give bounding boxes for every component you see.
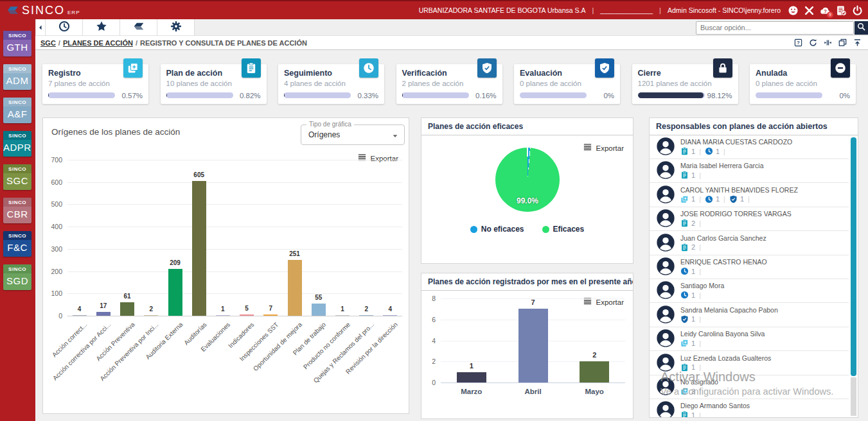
clock-badge-icon[interactable]	[705, 147, 713, 155]
clipboard-icon[interactable]	[680, 243, 689, 252]
responsable-row[interactable]: Maria Isabel Herrera Garcia1|	[650, 159, 849, 183]
tools-icon[interactable]	[804, 5, 815, 16]
card-subtitle: 0 planes de acción	[756, 80, 817, 87]
module-adpro[interactable]: SINCOADPRO	[3, 131, 31, 157]
shield-check-icon	[477, 58, 497, 78]
pie-export-button[interactable]: Exportar	[583, 142, 624, 153]
refresh-icon[interactable]	[809, 39, 817, 47]
responsable-name: Juan Carlos Garcia Sanchez	[680, 234, 766, 242]
module-adm[interactable]: SINCOADM	[3, 64, 31, 90]
origins-bar[interactable]	[192, 181, 206, 316]
clipboard-icon[interactable]	[680, 219, 689, 227]
avatar-icon	[657, 209, 675, 227]
status-card-verificaci-n[interactable]: Verificación2 planes de acción0.16%	[396, 64, 502, 104]
responsable-row[interactable]: No asignado3|	[650, 375, 849, 399]
origins-bar[interactable]	[240, 314, 254, 316]
module-gth[interactable]: SINCOGTH	[3, 31, 31, 56]
monthly-chart-title: Planes de acción registrados por mes en …	[421, 273, 633, 291]
power-icon[interactable]	[852, 5, 863, 16]
breadcrumb-item[interactable]: PLANES DE ACCIÓN	[63, 39, 133, 47]
toolbar-sinco-cube-button[interactable]	[120, 19, 157, 35]
responsable-row[interactable]: Juan Carlos Garcia Sanchez2|	[650, 231, 849, 255]
origins-bar[interactable]	[335, 315, 350, 316]
split-icon[interactable]	[824, 39, 832, 47]
origins-bar[interactable]	[168, 269, 182, 316]
origins-bar[interactable]	[96, 312, 111, 316]
status-card-anulada[interactable]: Anulada0 planes de acción0%	[750, 64, 856, 104]
help-icon[interactable]: ?	[794, 39, 802, 47]
status-card-evaluaci-n[interactable]: Evaluación0 planes de acción0%	[514, 64, 620, 104]
legend-item[interactable]: No eficaces	[470, 225, 524, 234]
copy-plus-icon[interactable]	[680, 195, 689, 203]
windows-icon[interactable]	[838, 39, 847, 47]
responsables-scrollbar[interactable]	[851, 137, 856, 376]
responsable-row[interactable]: JOSE RODRIGO TORRES VARGAS2|	[650, 207, 849, 231]
clipboard-icon[interactable]	[680, 171, 689, 179]
responsable-badges: 3|	[680, 387, 702, 395]
clock-badge-icon[interactable]	[680, 267, 689, 275]
search-input[interactable]	[696, 21, 854, 35]
search-button[interactable]	[855, 21, 868, 35]
shield-check-icon[interactable]	[680, 315, 689, 323]
clock-badge-icon[interactable]	[680, 291, 689, 299]
smiley-icon[interactable]	[788, 5, 799, 16]
responsable-row[interactable]: Leidy Carolina Bayona Silva1|	[650, 327, 849, 351]
clipboard-icon[interactable]	[680, 363, 689, 372]
origins-bar[interactable]	[359, 315, 373, 316]
month-bar[interactable]	[518, 309, 548, 382]
toolbar-collapse-button[interactable]	[35, 19, 46, 35]
collapse-icon[interactable]	[853, 39, 862, 47]
origins-bar[interactable]	[312, 304, 326, 316]
company-blank-field[interactable]: ______________	[600, 6, 653, 14]
status-card-cierre[interactable]: Cierre1201 planes de acción98.12%	[632, 64, 738, 104]
module-cbr[interactable]: SINCOCBR	[3, 198, 31, 223]
module-f-c[interactable]: SINCOF&C	[3, 231, 31, 257]
clipboard-icon[interactable]	[680, 411, 689, 418]
clock-badge-icon[interactable]	[705, 195, 713, 203]
responsable-row[interactable]: DIANA MARIA CUESTAS CARDOZO1|1|	[650, 135, 849, 159]
checklist-icon[interactable]	[836, 5, 847, 16]
status-card-seguimiento[interactable]: Seguimiento4 planes de acción0.33%	[278, 64, 384, 104]
origins-bar[interactable]	[263, 314, 278, 316]
status-card-registro[interactable]: Registro7 planes de acción0.57%	[42, 64, 148, 104]
legend-dot	[470, 226, 477, 233]
responsable-name: CAROL YANITH BENAVIDES FLOREZ	[680, 186, 798, 194]
copy-plus-icon[interactable]	[680, 339, 689, 347]
chevron-left-icon	[37, 22, 44, 33]
shield-check-icon[interactable]	[729, 195, 738, 203]
responsable-row[interactable]: Santiago Mora1|	[650, 279, 849, 303]
responsable-row[interactable]: ENRIQUE CASTRO HENAO1|	[650, 255, 849, 279]
svg-text:?: ?	[824, 8, 827, 13]
toolbar-clock-button[interactable]	[46, 19, 83, 35]
copy-plus-icon[interactable]	[680, 387, 689, 395]
origins-bar[interactable]	[73, 315, 87, 316]
origins-bar[interactable]	[288, 260, 302, 316]
responsable-row[interactable]: CAROL YANITH BENAVIDES FLOREZ1|1|1|	[650, 183, 849, 207]
user-name[interactable]: Admin Sincosoft - SINCO\jenny.forero	[668, 6, 781, 14]
breadcrumb-item[interactable]: SGC	[40, 39, 56, 47]
toolbar-star-button[interactable]	[83, 19, 120, 35]
module-sgd[interactable]: SINCOSGD	[3, 264, 31, 290]
search-bar	[696, 19, 868, 36]
cloud-question-icon[interactable]: ?9	[820, 5, 831, 16]
svg-text:?: ?	[797, 40, 800, 46]
legend-item[interactable]: Eficaces	[542, 225, 585, 234]
responsable-row[interactable]: Diego Armando Santos1|	[650, 399, 849, 418]
toolbar-gear-button[interactable]	[157, 19, 195, 35]
status-card-plan-de-acci-n[interactable]: Plan de acción10 planes de acción0.82%	[161, 64, 267, 104]
responsable-row[interactable]: Luz Ezneda Lozada Gualteros1|	[650, 351, 849, 375]
avatar-icon	[657, 185, 675, 203]
origins-bar[interactable]	[120, 302, 134, 316]
card-title: Plan de acción	[166, 69, 223, 78]
card-title: Registro	[48, 69, 81, 78]
month-bar[interactable]	[580, 361, 609, 382]
module-sgc[interactable]: SINCOSGC	[3, 164, 31, 190]
responsable-name: Leidy Carolina Bayona Silva	[680, 330, 765, 338]
origins-bar[interactable]	[216, 315, 230, 316]
responsable-row[interactable]: Sandra Melania Capacho Pabon1|	[650, 303, 849, 327]
clipboard-icon[interactable]	[680, 147, 689, 155]
month-bar[interactable]	[457, 372, 486, 382]
origins-bar[interactable]	[383, 315, 397, 316]
origins-bar[interactable]	[144, 315, 158, 316]
module-a-f[interactable]: SINCOA&F	[3, 98, 31, 123]
